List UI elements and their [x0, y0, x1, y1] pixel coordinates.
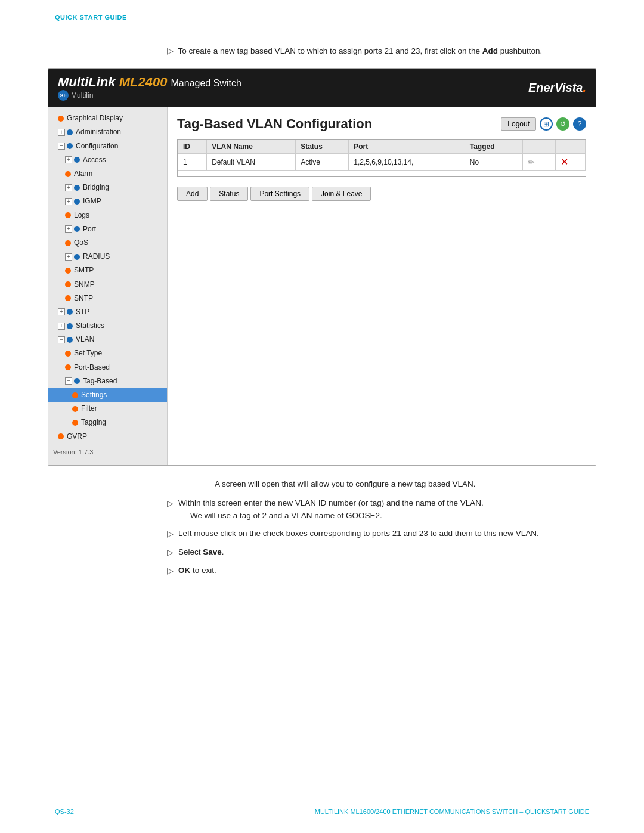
sidebar-item-graphical-display[interactable]: Graphical Display [48, 112, 167, 125]
col-port: Port [349, 140, 465, 154]
app-logo-sub: GE Multilin [58, 90, 242, 101]
sidebar-item-label: Statistics [76, 320, 104, 332]
main-title: Tag-Based VLAN Configuration [177, 116, 372, 132]
sidebar-icon [74, 254, 80, 260]
expand-icon[interactable]: − [58, 336, 65, 343]
expand-icon[interactable]: + [65, 253, 72, 261]
sidebar-icon [65, 351, 71, 357]
sidebar-item-stp[interactable]: + STP [48, 305, 167, 319]
sidebar-icon [65, 268, 71, 274]
bullet-arrow: ▷ [167, 565, 174, 577]
sidebar-item-gvrp[interactable]: GVRP [48, 430, 167, 444]
sidebar-item-statistics[interactable]: + Statistics [48, 319, 167, 333]
expand-icon[interactable]: + [58, 323, 65, 330]
sidebar-icon [65, 212, 71, 218]
footer-left: QS-32 [55, 808, 74, 815]
sidebar-item-label: Logs [74, 210, 89, 221]
app-header-left: MultiLink ML2400 Managed Switch GE Multi… [58, 75, 242, 101]
expand-icon[interactable]: + [65, 184, 72, 191]
sidebar-item-label: Tagging [81, 417, 106, 428]
sidebar-icon [72, 406, 78, 412]
delete-icon[interactable]: ✕ [561, 157, 568, 167]
sidebar-item-smtp[interactable]: SMTP [48, 264, 167, 277]
port-settings-button[interactable]: Port Settings [250, 187, 309, 201]
sidebar-item-port-based[interactable]: Port-Based [48, 361, 167, 374]
sidebar-item-sntp[interactable]: SNTP [48, 292, 167, 305]
vlan-table: ID VLAN Name Status Port Tagged 1 Defa [178, 140, 586, 171]
sidebar-item-settings[interactable]: Settings [48, 388, 167, 402]
footer-center: MULTILINK ML1600/2400 ETHERNET COMMUNICA… [315, 808, 589, 815]
col-id: ID [178, 140, 207, 154]
body-section: A screen will open that will allow you t… [48, 478, 596, 491]
sidebar-icon [72, 420, 78, 426]
sidebar-item-igmp[interactable]: + IGMP [48, 194, 167, 208]
sidebar-item-set-type[interactable]: Set Type [48, 346, 167, 360]
sidebar-item-label: Settings [81, 389, 107, 401]
sidebar-icon [74, 226, 80, 232]
bullet-arrow: ▷ [167, 547, 174, 559]
col-tagged: Tagged [465, 140, 523, 154]
enervista-logo: EnerVista. [528, 81, 586, 95]
sidebar-item-bridging[interactable]: + Bridging [48, 181, 167, 194]
join-leave-button[interactable]: Join & Leave [312, 187, 371, 201]
sidebar-item-administration[interactable]: + Administration [48, 125, 167, 139]
edit-icon[interactable]: ✏ [528, 157, 535, 167]
sidebar-item-filter[interactable]: Filter [48, 402, 167, 416]
sidebar-item-label: Graphical Display [67, 113, 123, 124]
sidebar-item-port[interactable]: + Port [48, 222, 167, 236]
bullet-arrow: ▷ [167, 528, 174, 540]
vlan-table-wrapper: ID VLAN Name Status Port Tagged 1 Defa [177, 139, 586, 177]
sidebar-item-label: Port-Based [74, 362, 110, 373]
sidebar-item-vlan[interactable]: − VLAN [48, 333, 167, 346]
cell-port: 1,2,5,6,9,10,13,14, [349, 154, 465, 171]
bullet-item-4: ▷ OK to exit. [167, 565, 596, 577]
bullet-text-2: Left mouse click on the check boxes corr… [178, 529, 539, 538]
cell-id: 1 [178, 154, 207, 171]
refresh-icon-button[interactable]: ↺ [556, 117, 569, 131]
expand-icon[interactable]: − [58, 143, 65, 150]
sidebar-item-label: QoS [74, 237, 88, 249]
sidebar-item-configuration[interactable]: − Configuration [48, 140, 167, 153]
monitor-icon-button[interactable]: ⊞ [540, 117, 553, 131]
sidebar-item-label: IGMP [83, 196, 101, 207]
status-button[interactable]: Status [210, 187, 248, 201]
app-logo-area: MultiLink ML2400 Managed Switch GE Multi… [58, 75, 242, 101]
sidebar-icon [58, 433, 64, 439]
sidebar: Graphical Display + Administration − Con… [48, 107, 168, 465]
sidebar-item-radius[interactable]: + RADIUS [48, 250, 167, 264]
sidebar-item-label: GVRP [67, 431, 87, 442]
main-content: Tag-Based VLAN Configuration Logout ⊞ ↺ … [168, 107, 596, 465]
sidebar-item-tagging[interactable]: Tagging [48, 416, 167, 429]
expand-icon[interactable]: − [65, 377, 72, 385]
sidebar-icon [67, 323, 73, 329]
cell-edit-action[interactable]: ✏ [523, 154, 556, 171]
sidebar-item-snmp[interactable]: SNMP [48, 278, 167, 292]
bullet-arrow: ▷ [167, 498, 174, 510]
cell-delete-action[interactable]: ✕ [556, 154, 586, 171]
add-button[interactable]: Add [177, 187, 208, 201]
sidebar-item-qos[interactable]: QoS [48, 236, 167, 250]
sidebar-item-logs[interactable]: Logs [48, 209, 167, 222]
arrow-prefix: ▷ [167, 47, 174, 55]
sidebar-item-label: Administration [76, 126, 121, 138]
sidebar-icon [67, 309, 73, 315]
sidebar-icon [74, 378, 80, 384]
sidebar-item-label: RADIUS [83, 251, 110, 262]
sidebar-icon [74, 185, 80, 191]
sidebar-item-access[interactable]: + Access [48, 153, 167, 167]
expand-icon[interactable]: + [58, 308, 65, 315]
expand-icon[interactable]: + [65, 198, 72, 205]
sidebar-item-alarm[interactable]: Alarm [48, 167, 167, 181]
expand-icon[interactable]: + [65, 225, 72, 233]
main-title-row: Tag-Based VLAN Configuration Logout ⊞ ↺ … [177, 116, 586, 132]
sidebar-item-tag-based[interactable]: − Tag-Based [48, 374, 167, 388]
ge-logo: GE [58, 90, 69, 101]
expand-icon[interactable]: + [58, 129, 65, 136]
intro-text: ▷ To create a new tag based VLAN to whic… [167, 45, 584, 57]
app-logo-text: MultiLink ML2400 Managed Switch [58, 75, 242, 90]
bullet-text-3b: . [222, 547, 224, 556]
sidebar-icon [58, 116, 64, 122]
logout-button[interactable]: Logout [501, 117, 536, 131]
help-icon-button[interactable]: ? [573, 117, 586, 131]
expand-icon[interactable]: + [65, 156, 72, 163]
